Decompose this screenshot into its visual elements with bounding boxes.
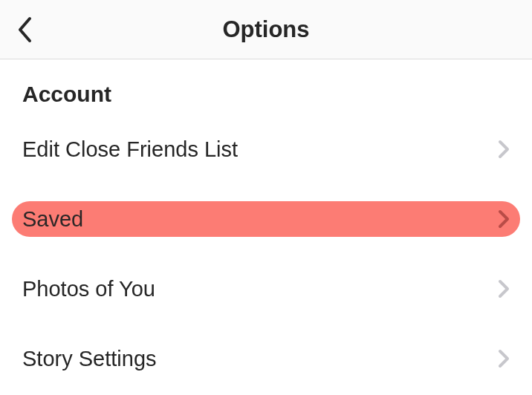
list-item-saved[interactable]: Saved	[12, 201, 520, 237]
back-button[interactable]	[16, 16, 33, 43]
list-item-label: Saved	[22, 207, 83, 232]
list-item-story-settings[interactable]: Story Settings	[0, 324, 532, 394]
list-item-photos-of-you[interactable]: Photos of You	[0, 254, 532, 324]
list-item-saved-wrapper: Saved	[0, 184, 532, 254]
chevron-right-icon	[498, 279, 510, 298]
chevron-left-icon	[16, 16, 33, 43]
chevron-right-icon	[498, 349, 510, 368]
list-item-label: Story Settings	[22, 347, 157, 371]
chevron-right-icon	[498, 209, 510, 229]
list-item-label: Photos of You	[22, 277, 155, 301]
list-item-edit-close-friends[interactable]: Edit Close Friends List	[0, 114, 532, 184]
section-header-account: Account	[0, 59, 532, 114]
chevron-right-icon	[498, 140, 510, 159]
list-item-label: Edit Close Friends List	[22, 137, 238, 162]
page-title: Options	[0, 16, 532, 43]
header: Options	[0, 0, 532, 59]
